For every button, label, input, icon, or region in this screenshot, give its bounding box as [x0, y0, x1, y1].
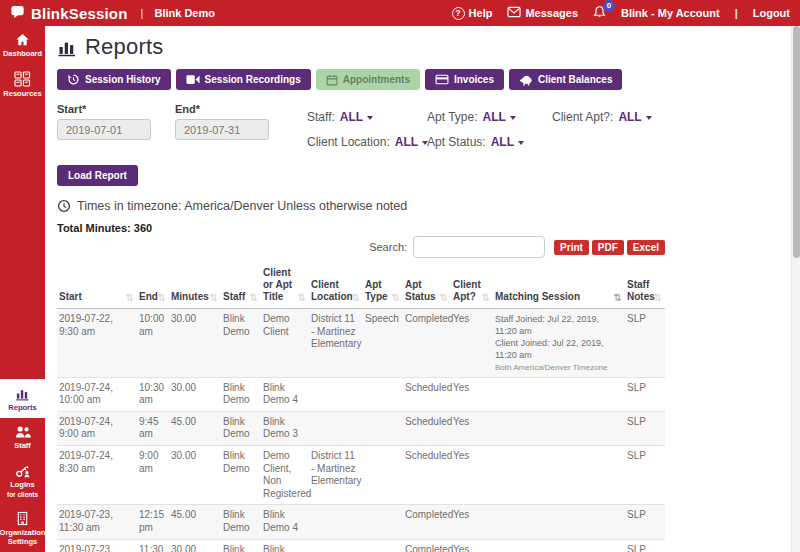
brand[interactable]: BlinkSession | Blink Demo [10, 4, 215, 23]
cell-start: 2019-07-24, 8:30 am [57, 446, 137, 505]
table-row: 2019-07-23, 11:00 am11:30 am30.00Blink D… [57, 539, 665, 552]
apt-status-filter-dropdown[interactable]: ALL [491, 135, 524, 149]
column-header-apt-type[interactable]: Apt Type⇅ [363, 265, 403, 309]
cell-start: 2019-07-24, 10:00 am [57, 377, 137, 411]
report-table-area: Search: PrintPDFExcel Start⇅End⇅Minutes⇅… [57, 236, 665, 552]
tab-session-recordings[interactable]: Session Recordings [176, 69, 311, 90]
start-date-input[interactable] [57, 119, 151, 140]
notification-badge: 0 [603, 0, 615, 12]
cell-minutes: 30.00 [169, 377, 221, 411]
cell-apt-type [363, 377, 403, 411]
cell-apt-type [363, 505, 403, 539]
cell-staff: Blink Demo [221, 377, 261, 411]
tab-label: Session Recordings [205, 74, 301, 85]
table-row: 2019-07-24, 10:00 am10:30 am30.00Blink D… [57, 377, 665, 411]
logins-key-icon [15, 463, 31, 478]
chevron-down-icon [510, 116, 516, 120]
history-icon [67, 73, 80, 86]
staff-filter: Staff: ALL [307, 110, 373, 124]
messages-link[interactable]: Messages [507, 6, 578, 20]
column-header-client-apt[interactable]: Client Apt?⇅ [451, 265, 493, 309]
cell-apt-type: Speech [363, 309, 403, 378]
brand-separator: | [141, 7, 144, 19]
search-label: Search: [369, 241, 407, 253]
sort-icon: ⇅ [158, 292, 166, 304]
cell-end: 9:45 am [137, 411, 169, 445]
client-location-filter: Client Location: ALL [307, 135, 428, 149]
column-header-staff-notes[interactable]: Staff Notes⇅ [625, 265, 665, 309]
notifications-button[interactable]: 0 [593, 5, 606, 21]
cell-end: 11:30 am [137, 539, 169, 552]
cell-matching [493, 377, 625, 411]
cell-minutes: 45.00 [169, 411, 221, 445]
cell-start: 2019-07-24, 9:00 am [57, 411, 137, 445]
column-header-client-or-apt-title[interactable]: Client or Apt Title⇅ [261, 265, 309, 309]
column-label: Client Location [311, 279, 353, 302]
sidebar-item-staff[interactable]: Staff [0, 418, 45, 456]
logout-link[interactable]: Logout [753, 7, 790, 19]
cell-staff-notes: SLP [625, 446, 665, 505]
tab-client-balances[interactable]: Client Balances [509, 69, 622, 90]
cell-staff-notes: SLP [625, 411, 665, 445]
client-apt-filter-value: ALL [618, 110, 641, 124]
end-date-input[interactable] [175, 119, 269, 140]
client-location-filter-dropdown[interactable]: ALL [395, 135, 428, 149]
cell-staff-notes: SLP [625, 377, 665, 411]
chevron-down-icon [367, 116, 373, 120]
tab-session-history[interactable]: Session History [57, 69, 171, 90]
vertical-scrollbar[interactable] [791, 26, 800, 552]
excel-button[interactable]: Excel [627, 240, 665, 255]
cell-minutes: 45.00 [169, 505, 221, 539]
cell-location: District 11 - Martinez Elementary [309, 309, 363, 378]
chevron-down-icon [518, 141, 524, 145]
apt-type-filter-value: ALL [482, 110, 505, 124]
cell-client-apt: Yes [451, 505, 493, 539]
column-header-end[interactable]: End⇅ [137, 265, 169, 309]
sidebar-item-label: Logins [10, 480, 35, 489]
client-apt-filter: Client Apt?: ALL [552, 110, 652, 124]
column-header-start[interactable]: Start⇅ [57, 265, 137, 309]
column-header-matching-session[interactable]: Matching Session⇅ [493, 265, 625, 309]
my-account-link[interactable]: Blink - My Account [621, 7, 720, 19]
cell-client-apt: Yes [451, 309, 493, 378]
sidebar-item-resources[interactable]: Resources [0, 64, 45, 104]
cell-minutes: 30.00 [169, 539, 221, 552]
tab-label: Session History [85, 74, 161, 85]
column-label: Apt Status [405, 279, 436, 302]
cell-minutes: 30.00 [169, 309, 221, 378]
tab-appointments[interactable]: Appointments [316, 69, 420, 90]
sidebar-item-organization-settings[interactable]: Organization Settings [0, 504, 45, 552]
staff-filter-dropdown[interactable]: ALL [340, 110, 373, 124]
topbar-divider: | [735, 7, 738, 19]
client-apt-filter-dropdown[interactable]: ALL [618, 110, 651, 124]
cell-matching [493, 505, 625, 539]
start-date-label: Start* [57, 103, 151, 115]
sidebar-item-label: Staff [14, 441, 31, 450]
column-header-minutes[interactable]: Minutes⇅ [169, 265, 221, 309]
cell-client-apt: Yes [451, 446, 493, 505]
sidebar-item-logins[interactable]: Loginsfor clients [0, 456, 45, 504]
tab-label: Client Balances [538, 74, 612, 85]
main-content: Reports Session HistorySession Recording… [45, 26, 800, 552]
sidebar-item-reports[interactable]: Reports [0, 379, 45, 418]
apt-type-filter-dropdown[interactable]: ALL [482, 110, 515, 124]
table-body: 2019-07-22, 9:30 am10:00 am30.00Blink De… [57, 309, 665, 552]
search-input[interactable] [413, 236, 545, 258]
timezone-notice-text: Times in timezone: America/Denver Unless… [77, 199, 407, 213]
column-header-apt-status[interactable]: Apt Status⇅ [403, 265, 451, 309]
column-header-staff[interactable]: Staff⇅ [221, 265, 261, 309]
end-date-label: End* [175, 103, 269, 115]
cell-title: Blink Demo 4 [261, 505, 309, 539]
load-report-button[interactable]: Load Report [57, 165, 138, 186]
sort-icon: ⇅ [614, 292, 622, 304]
print-button[interactable]: Print [554, 240, 589, 255]
sort-icon: ⇅ [482, 292, 490, 304]
bell-icon [593, 9, 606, 21]
tab-invoices[interactable]: Invoices [425, 69, 504, 90]
help-link[interactable]: ? Help [452, 7, 493, 20]
column-header-client-location[interactable]: Client Location⇅ [309, 265, 363, 309]
scrollbar-thumb[interactable] [793, 26, 800, 258]
sidebar-item-dashboard[interactable]: Dashboard [0, 26, 45, 64]
sidebar-item-label: Reports [8, 403, 36, 412]
pdf-button[interactable]: PDF [592, 240, 624, 255]
